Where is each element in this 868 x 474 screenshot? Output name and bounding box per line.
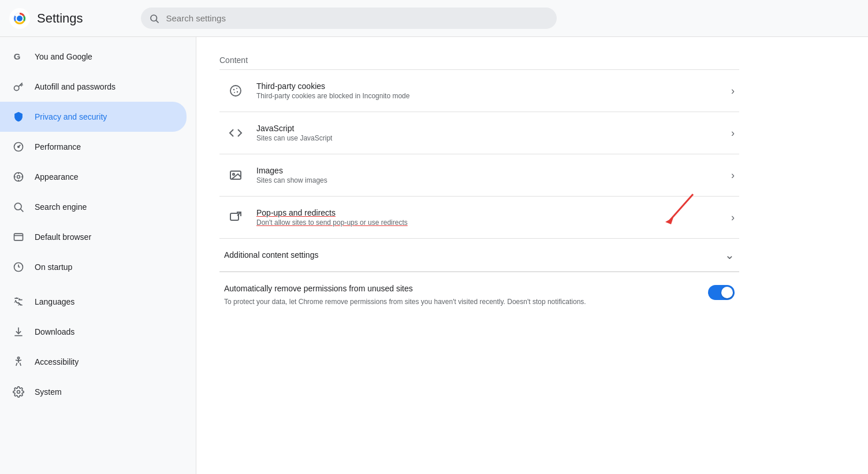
svg-point-36 (237, 91, 238, 92)
page-title: Settings (37, 11, 83, 26)
sidebar-item-label: On startup (35, 262, 72, 272)
svg-rect-22 (14, 234, 23, 240)
js-subtitle: Sites can use JavaScript (256, 134, 722, 142)
popups-chevron: › (731, 212, 735, 224)
svg-line-11 (20, 85, 22, 87)
cookie-icon (224, 79, 247, 102)
auto-remove-title: Automatically remove permissions from un… (224, 284, 699, 293)
languages-icon: A A (12, 295, 25, 309)
main-layout: G You and Google Autofill and passwords (0, 37, 868, 474)
svg-point-32 (17, 391, 20, 394)
svg-line-21 (21, 209, 24, 212)
sidebar-item-label: Default browser (35, 232, 91, 242)
svg-point-37 (234, 92, 235, 93)
js-text: JavaScript Sites can use JavaScript (256, 124, 722, 142)
auto-remove-subtitle: To protect your data, let Chrome remove … (224, 297, 698, 307)
key-icon (12, 80, 25, 94)
sidebar-item-accessibility[interactable]: Accessibility (0, 347, 187, 377)
svg-point-5 (151, 15, 157, 21)
javascript-row[interactable]: JavaScript Sites can use JavaScript › (219, 112, 739, 154)
search-engine-icon (12, 200, 25, 214)
sidebar-item-label: You and Google (35, 52, 92, 61)
sidebar-item-label: Languages (35, 297, 74, 306)
svg-point-8 (14, 86, 19, 90)
auto-remove-text: Automatically remove permissions from un… (224, 284, 699, 307)
search-icon (149, 13, 159, 24)
cookies-text: Third-party cookies Third-party cookies … (256, 82, 722, 100)
svg-point-30 (17, 357, 19, 359)
svg-point-39 (233, 173, 234, 175)
sidebar-item-you-and-google[interactable]: G You and Google (0, 42, 187, 72)
svg-point-15 (17, 176, 20, 179)
svg-point-33 (230, 86, 241, 96)
svg-point-35 (236, 88, 237, 89)
popups-text: Pop-ups and redirects Don't allow sites … (256, 208, 722, 227)
cookies-subtitle: Third-party cookies are blocked in Incog… (256, 92, 722, 100)
search-input[interactable] (141, 8, 557, 29)
section-heading: Content (219, 49, 739, 70)
svg-point-13 (18, 146, 20, 148)
svg-text:A: A (14, 299, 17, 304)
svg-line-10 (21, 84, 23, 86)
downloads-icon (12, 325, 25, 339)
app-header: Settings (0, 0, 868, 37)
sidebar-item-label: Appearance (35, 172, 79, 182)
sidebar-item-system[interactable]: System (0, 377, 187, 407)
svg-point-34 (233, 89, 234, 90)
images-subtitle: Sites can show images (256, 176, 722, 184)
additional-content-settings-row[interactable]: Additional content settings ⌄ (219, 239, 739, 272)
sidebar-item-on-startup[interactable]: On startup (0, 252, 187, 282)
chrome-logo-icon (9, 8, 30, 29)
content-area: Content Third-party cookies Third-party … (196, 37, 868, 474)
popups-subtitle: Don't allow sites to send pop-ups or use… (256, 219, 722, 227)
js-title: JavaScript (256, 124, 722, 133)
shield-icon (12, 110, 25, 124)
startup-icon (12, 260, 25, 274)
sidebar-item-search-engine[interactable]: Search engine (0, 192, 187, 222)
system-icon (12, 385, 25, 399)
images-title: Images (256, 166, 722, 175)
cookies-chevron: › (731, 85, 735, 97)
sidebar-item-label: Downloads (35, 327, 74, 336)
svg-point-4 (17, 16, 23, 21)
svg-rect-40 (230, 213, 239, 220)
google-g-icon: G (12, 50, 25, 64)
js-chevron: › (731, 127, 735, 139)
svg-text:G: G (14, 51, 21, 61)
sidebar-item-label: Search engine (35, 202, 87, 212)
sidebar-item-label: Autofill and passwords (35, 82, 116, 91)
images-chevron: › (731, 169, 735, 182)
content-inner: Content Third-party cookies Third-party … (196, 37, 762, 330)
additional-settings-label: Additional content settings (224, 250, 725, 260)
sidebar-item-privacy[interactable]: Privacy and security (0, 102, 187, 132)
accessibility-icon (12, 355, 25, 369)
auto-remove-row: Automatically remove permissions from un… (219, 272, 739, 319)
sidebar-item-label: Accessibility (35, 357, 79, 366)
sidebar-item-performance[interactable]: Performance (0, 132, 187, 162)
additional-settings-chevron: ⌄ (725, 248, 735, 262)
sidebar-item-downloads[interactable]: Downloads (0, 317, 187, 347)
popups-icon (224, 206, 247, 229)
images-text: Images Sites can show images (256, 166, 722, 184)
sidebar-item-label: Performance (35, 142, 81, 151)
svg-point-20 (14, 203, 21, 210)
auto-remove-toggle[interactable] (708, 285, 735, 300)
popups-row[interactable]: Pop-ups and redirects Don't allow sites … (219, 197, 739, 239)
search-bar[interactable] (141, 8, 557, 29)
performance-icon (12, 140, 25, 154)
sidebar-item-appearance[interactable]: Appearance (0, 162, 187, 192)
third-party-cookies-row[interactable]: Third-party cookies Third-party cookies … (219, 70, 739, 112)
popups-title: Pop-ups and redirects (256, 208, 722, 217)
sidebar-item-languages[interactable]: A A Languages (0, 287, 187, 317)
browser-icon (12, 230, 25, 244)
sidebar-item-label: Privacy and security (35, 112, 107, 121)
appearance-icon (12, 170, 25, 184)
svg-text:A: A (18, 302, 21, 307)
sidebar-item-autofill[interactable]: Autofill and passwords (0, 72, 187, 102)
sidebar-item-label: System (35, 387, 62, 397)
sidebar-item-default-browser[interactable]: Default browser (0, 222, 187, 252)
images-row[interactable]: Images Sites can show images › (219, 154, 739, 197)
sidebar: G You and Google Autofill and passwords (0, 37, 196, 474)
image-icon (224, 164, 247, 187)
svg-line-6 (156, 20, 158, 23)
